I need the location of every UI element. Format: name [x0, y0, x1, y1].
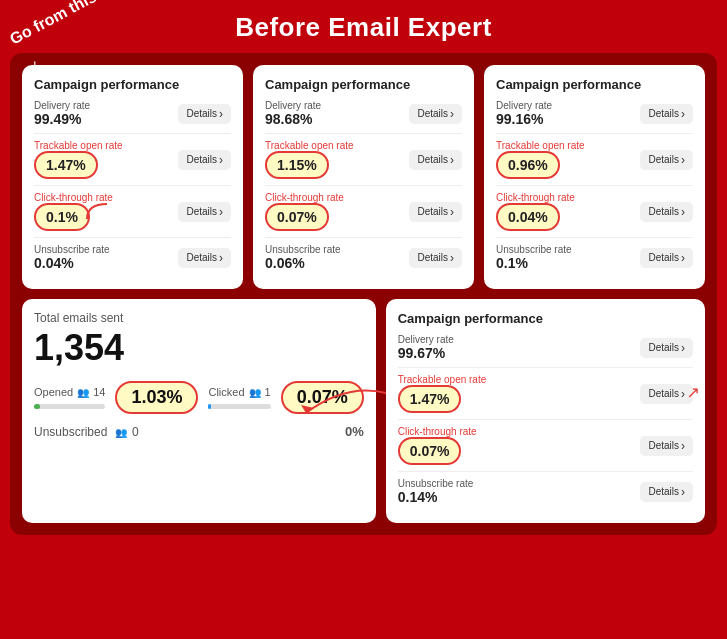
ctr-row-2: Click-through rate 0.07% Details [265, 192, 462, 231]
delivery-details-btn-2[interactable]: Details [409, 104, 462, 124]
opened-label: Opened [34, 386, 73, 398]
delivery-rate-row-4: Delivery rate 99.67% Details [398, 334, 693, 361]
delivery-rate-row-1: Delivery rate 99.49% Details [34, 100, 231, 127]
delivery-value-1: 99.49% [34, 111, 90, 127]
people-icon-unsub: 👥 [115, 427, 127, 438]
open-rate-row-1: Trackable open rate 1.47% Details [34, 140, 231, 179]
ctr-details-btn-3[interactable]: Details [640, 202, 693, 222]
open-value-2: 1.15% [265, 151, 329, 179]
ctr-details-btn-1[interactable]: Details [178, 202, 231, 222]
delivery-details-btn-1[interactable]: Details [178, 104, 231, 124]
delivery-details-btn-4[interactable]: Details [640, 338, 693, 358]
card-4-title: Campaign performance [398, 311, 693, 326]
unsub-label-3: Unsubscribe rate [496, 244, 572, 255]
clicked-count: 1 [265, 386, 271, 398]
delivery-details-btn-3[interactable]: Details [640, 104, 693, 124]
ctr-value-1: 0.1% [34, 203, 90, 231]
unsub-details-btn-2[interactable]: Details [409, 248, 462, 268]
delivery-rate-row-2: Delivery rate 98.68% Details [265, 100, 462, 127]
ctr-value-2: 0.07% [265, 203, 329, 231]
clicked-pct-oval: 0.07% [281, 381, 364, 414]
open-label-1: Trackable open rate [34, 140, 123, 151]
unsub-value-3: 0.1% [496, 255, 572, 271]
open-value-4: 1.47% [398, 385, 462, 413]
open-details-btn-4[interactable]: Details [640, 384, 693, 404]
delivery-label-1: Delivery rate [34, 100, 90, 111]
open-label-4: Trackable open rate [398, 374, 487, 385]
unsub-details-btn-1[interactable]: Details [178, 248, 231, 268]
ctr-row-1: Click-through rate 0.1% Details [34, 192, 231, 231]
open-value-3: 0.96% [496, 151, 560, 179]
campaign-card-3: Campaign performance Delivery rate 99.16… [484, 65, 705, 289]
unsubscribed-pct: 0% [345, 424, 364, 439]
card-2-title: Campaign performance [265, 77, 462, 92]
delivery-label-4: Delivery rate [398, 334, 454, 345]
total-value: 1,354 [34, 327, 364, 369]
people-icon-opened: 👥 [77, 387, 89, 398]
unsub-label-1: Unsubscribe rate [34, 244, 110, 255]
campaign-card-1: Campaign performance Delivery rate 99.49… [22, 65, 243, 289]
open-details-btn-1[interactable]: Details [178, 150, 231, 170]
people-icon-clicked: 👥 [249, 387, 261, 398]
clicked-label-row: Clicked 👥 1 [208, 386, 270, 398]
campaign-card-2: Campaign performance Delivery rate 98.68… [253, 65, 474, 289]
delivery-label-3: Delivery rate [496, 100, 552, 111]
unsub-label-4: Unsubscribe rate [398, 478, 474, 489]
ctr-details-btn-2[interactable]: Details [409, 202, 462, 222]
ctr-value-3: 0.04% [496, 203, 560, 231]
ctr-row-3: Click-through rate 0.04% Details [496, 192, 693, 231]
clicked-progress-fill [208, 404, 210, 409]
ctr-label-3: Click-through rate [496, 192, 575, 203]
ctr-row-4: Click-through rate 0.07% Details [398, 426, 693, 465]
unsubscribed-row: Unsubscribed 👥 0 0% [34, 424, 364, 439]
total-label: Total emails sent [34, 311, 364, 325]
card-1-title: Campaign performance [34, 77, 231, 92]
ctr-label-1: Click-through rate [34, 192, 113, 203]
open-rate-row-3: Trackable open rate 0.96% Details [496, 140, 693, 179]
ctr-label-4: Click-through rate [398, 426, 477, 437]
ctr-label-2: Click-through rate [265, 192, 344, 203]
ctr-value-4: 0.07% [398, 437, 462, 465]
unsub-value-2: 0.06% [265, 255, 341, 271]
opened-progress-bg [34, 404, 105, 409]
unsub-row-4: Unsubscribe rate 0.14% Details [398, 478, 693, 505]
open-rate-row-2: Trackable open rate 1.15% Details [265, 140, 462, 179]
unsub-details-btn-4[interactable]: Details [640, 482, 693, 502]
arrow-down: ↓ [28, 52, 42, 84]
ctr-details-btn-4[interactable]: Details [640, 436, 693, 456]
opened-label-row: Opened 👥 14 [34, 386, 105, 398]
unsub-row-1: Unsubscribe rate 0.04% Details [34, 244, 231, 271]
unsub-value-1: 0.04% [34, 255, 110, 271]
open-label-3: Trackable open rate [496, 140, 585, 151]
summary-card: Total emails sent 1,354 Opened 👥 14 1.03… [22, 299, 376, 523]
opened-stat: Opened 👥 14 [34, 386, 105, 409]
unsub-details-btn-3[interactable]: Details [640, 248, 693, 268]
arrow-open-4: ↙ [687, 384, 700, 403]
bottom-row: Total emails sent 1,354 Opened 👥 14 1.03… [22, 299, 705, 523]
unsub-value-4: 0.14% [398, 489, 474, 505]
opened-pct-oval: 1.03% [115, 381, 198, 414]
unsubscribed-label: Unsubscribed 👥 0 [34, 425, 139, 439]
delivery-value-4: 99.67% [398, 345, 454, 361]
opened-count: 14 [93, 386, 105, 398]
campaign-card-4: Campaign performance Delivery rate 99.67… [386, 299, 705, 523]
top-row: Campaign performance Delivery rate 99.49… [22, 65, 705, 289]
delivery-rate-row-3: Delivery rate 99.16% Details [496, 100, 693, 127]
card-3-title: Campaign performance [496, 77, 693, 92]
open-rate-row-4: Trackable open rate 1.47% Details [398, 374, 693, 413]
delivery-label-2: Delivery rate [265, 100, 321, 111]
opened-progress-fill [34, 404, 40, 409]
content-area: Campaign performance Delivery rate 99.49… [10, 53, 717, 535]
stats-row: Opened 👥 14 1.03% Clicked 👥 1 [34, 381, 364, 414]
open-value-1: 1.47% [34, 151, 98, 179]
delivery-value-3: 99.16% [496, 111, 552, 127]
clicked-stat: Clicked 👥 1 [208, 386, 270, 409]
open-label-2: Trackable open rate [265, 140, 354, 151]
unsub-row-3: Unsubscribe rate 0.1% Details [496, 244, 693, 271]
clicked-label: Clicked [208, 386, 244, 398]
open-details-btn-3[interactable]: Details [640, 150, 693, 170]
delivery-value-2: 98.68% [265, 111, 321, 127]
unsub-label-2: Unsubscribe rate [265, 244, 341, 255]
clicked-progress-bg [208, 404, 270, 409]
open-details-btn-2[interactable]: Details [409, 150, 462, 170]
